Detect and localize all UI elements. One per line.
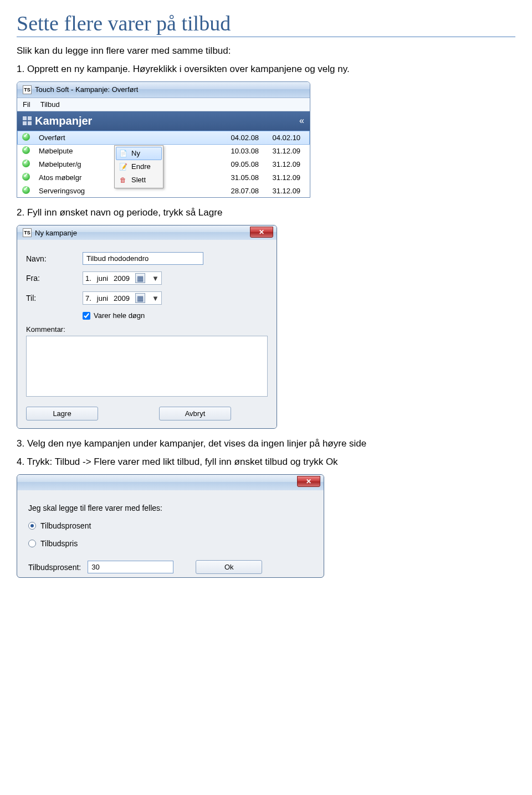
radio-icon	[28, 540, 36, 547]
new-icon: 📄	[118, 148, 128, 158]
menu-tilbud[interactable]: Tilbud	[40, 100, 60, 109]
step-4: 4. Trykk: Tilbud -> Flere varer med likt…	[17, 456, 515, 469]
row-from: 09.05.08	[227, 157, 268, 171]
ctx-label: Ny	[131, 149, 140, 157]
kampanjer-panel-title: Kampanjer	[35, 115, 92, 127]
date-year: 2009	[114, 294, 130, 302]
kampanjer-table: Overført 04.02.08 04.02.10 Møbelpute 10.…	[17, 131, 310, 198]
dialog-titlebar: ✕	[17, 475, 324, 490]
label-til: Til:	[26, 294, 77, 302]
tilbud-dialog: ✕ Jeg skal legge til flere varer med fel…	[17, 474, 324, 578]
fra-date-field[interactable]: 1. juni 2009 ▦ ▼	[83, 271, 162, 285]
ctx-item-slett[interactable]: 🗑 Slett	[116, 173, 162, 187]
radio-option-prosent[interactable]: Tilbudsprosent	[28, 521, 313, 530]
row-from: 28.07.08	[227, 184, 268, 197]
window-titlebar: TS Touch Soft - Kampanje: Overført	[17, 82, 310, 98]
ctx-label: Slett	[131, 176, 146, 184]
table-row[interactable]: Overført 04.02.08 04.02.10	[18, 131, 310, 144]
date-year: 2009	[114, 274, 130, 283]
radio-option-pris[interactable]: Tilbudspris	[28, 539, 313, 548]
ts-logo-icon: TS	[23, 85, 32, 94]
varer-hele-checkbox[interactable]	[83, 312, 90, 320]
step-2: 2. Fyll inn ønsket navn og periode, tryk…	[17, 207, 515, 219]
radio-icon	[28, 522, 36, 530]
kampanjer-panel-header: Kampanjer «	[17, 111, 310, 131]
step-1: 1. Opprett en ny kampanje. Høyreklikk i …	[17, 63, 515, 76]
ok-button[interactable]: Ok	[196, 560, 262, 574]
ts-logo-icon: TS	[23, 228, 32, 237]
label-fra: Fra:	[26, 274, 77, 283]
grid-icon	[23, 116, 32, 125]
table-row[interactable]: Serveringsvog 28.07.08 31.12.09	[18, 184, 310, 197]
row-from: 04.02.08	[227, 131, 268, 144]
avbryt-button[interactable]: Avbryt	[159, 407, 231, 420]
date-day: 7.	[85, 294, 91, 302]
radio-label: Tilbudspris	[40, 539, 78, 548]
ctx-item-ny[interactable]: 📄 Ny	[116, 147, 162, 160]
row-to: 31.12.09	[268, 171, 310, 184]
page-title: Sette flere varer på tilbud	[17, 11, 515, 37]
delete-icon: 🗑	[118, 175, 128, 185]
chevron-down-icon[interactable]: ▼	[152, 294, 159, 302]
calendar-icon[interactable]: ▦	[135, 273, 145, 283]
row-from: 10.03.08	[227, 144, 268, 157]
label-tilbudsprosent: Tilbudsprosent:	[28, 563, 81, 572]
row-name: Overført	[34, 131, 227, 144]
dialog-titlebar: TS Ny kampanje ✕	[17, 225, 277, 240]
chevron-down-icon[interactable]: ▼	[152, 274, 159, 283]
menu-fil[interactable]: Fil	[23, 100, 30, 109]
calendar-icon[interactable]: ▦	[135, 293, 145, 303]
table-row[interactable]: Møbelputer/g 09.05.08 31.12.09	[18, 157, 310, 171]
table-row[interactable]: Atos møbelgr 31.05.08 31.12.09	[18, 171, 310, 184]
varer-hele-label: Varer hele døgn	[94, 311, 145, 320]
row-to: 31.12.09	[268, 184, 310, 197]
check-icon	[22, 160, 30, 167]
step-3: 3. Velg den nye kampanjen under kampanje…	[17, 438, 515, 450]
kampanjer-window: TS Touch Soft - Kampanje: Overført Fil T…	[17, 81, 310, 198]
table-row[interactable]: Møbelpute 10.03.08 31.12.09	[18, 144, 310, 157]
date-month: juni	[97, 274, 108, 283]
date-month: juni	[97, 294, 108, 302]
check-icon	[22, 173, 30, 181]
ctx-label: Endre	[131, 162, 151, 171]
collapse-icon[interactable]: «	[299, 116, 304, 126]
row-from: 31.05.08	[227, 171, 268, 184]
radio-label: Tilbudsprosent	[40, 521, 91, 530]
ctx-item-endre[interactable]: 📝 Endre	[116, 160, 162, 173]
check-icon	[22, 186, 30, 194]
check-icon	[22, 146, 30, 154]
window-title: Touch Soft - Kampanje: Overført	[35, 85, 138, 94]
check-icon	[22, 133, 30, 141]
row-to: 04.02.10	[268, 131, 310, 144]
intro-text: Slik kan du legge inn flere varer med sa…	[17, 45, 515, 58]
tilbudsprosent-input[interactable]	[88, 561, 173, 573]
prompt-text: Jeg skal legge til flere varer med felle…	[28, 504, 313, 512]
label-navn: Navn:	[26, 254, 77, 263]
dialog-title: Ny kampanje	[35, 229, 77, 237]
close-button[interactable]: ✕	[297, 476, 320, 487]
edit-icon: 📝	[118, 162, 128, 172]
ny-kampanje-dialog: TS Ny kampanje ✕ Navn: Fra: 1. juni 2009…	[17, 225, 277, 429]
row-to: 31.12.09	[268, 157, 310, 171]
til-date-field[interactable]: 7. juni 2009 ▦ ▼	[83, 291, 162, 305]
context-menu: 📄 Ny 📝 Endre 🗑 Slett	[114, 145, 163, 188]
close-button[interactable]: ✕	[250, 227, 273, 238]
navn-input[interactable]	[83, 252, 203, 265]
date-day: 1.	[85, 274, 91, 283]
kommentar-textarea[interactable]	[26, 336, 268, 397]
menubar: Fil Tilbud	[17, 98, 310, 111]
label-kommentar: Kommentar:	[26, 325, 65, 334]
lagre-button[interactable]: Lagre	[26, 407, 98, 420]
row-to: 31.12.09	[268, 144, 310, 157]
